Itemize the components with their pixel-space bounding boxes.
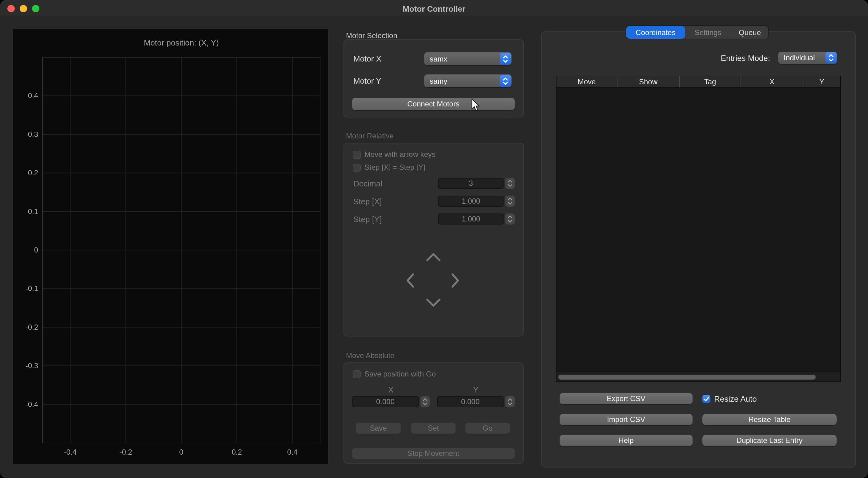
svg-text:0: 0 — [34, 246, 38, 254]
checkbox-box — [703, 395, 710, 403]
absolute-x-spinbox[interactable]: 0.000 — [352, 396, 430, 407]
horizontal-scrollbar[interactable] — [557, 372, 840, 381]
motor-x-label: Motor X — [353, 54, 381, 63]
export-csv-button[interactable]: Export CSV — [560, 393, 692, 404]
svg-text:0.2: 0.2 — [232, 448, 242, 456]
position-chart-panel: -0.4-0.200.20.40.40.30.20.10-0.1-0.2-0.3… — [13, 29, 328, 464]
save-position-label: Save position with Go — [365, 370, 436, 378]
step-equal-checkbox[interactable]: Step [X] = Step [Y] — [353, 163, 425, 172]
duplicate-last-entry-button[interactable]: Duplicate Last Entry — [703, 435, 837, 446]
motor-y-dropdown[interactable]: samy — [424, 74, 512, 88]
motor-selection-group-label: Motor Selection — [346, 31, 397, 40]
motor-selection-group: Motor X samx Motor Y samy Connect Motors — [343, 39, 524, 117]
svg-text:0.2: 0.2 — [28, 169, 38, 177]
column-header-move[interactable]: Move — [557, 76, 617, 88]
checkbox-box — [353, 163, 361, 171]
table-header-row: Move Show Tag X Y — [557, 76, 840, 88]
set-button[interactable]: Set — [411, 423, 456, 434]
entries-mode-dropdown[interactable]: Individual — [778, 52, 837, 64]
absolute-y-field[interactable]: 0.000 — [437, 396, 503, 407]
motor-y-dropdown-value: samy — [430, 77, 447, 85]
tab-queue[interactable]: Queue — [731, 26, 768, 39]
help-button[interactable]: Help — [560, 435, 692, 446]
tab-bar: Coordinates Settings Queue — [626, 26, 768, 39]
titlebar: Motor Controller — [0, 0, 868, 17]
svg-text:-0.4: -0.4 — [26, 400, 38, 408]
scrollbar-thumb[interactable] — [558, 375, 816, 380]
checkbox-box — [353, 150, 361, 159]
move-arrow-keys-label: Move with arrow keys — [365, 150, 436, 159]
popup-arrows-icon — [826, 52, 837, 63]
absolute-y-spinbox[interactable]: 0.000 — [437, 396, 515, 407]
motor-x-dropdown[interactable]: samx — [424, 52, 512, 65]
move-left-button[interactable] — [401, 273, 420, 288]
stepper-arrows-icon[interactable] — [505, 178, 515, 189]
motor-y-label: Motor Y — [353, 76, 381, 86]
window-title: Motor Controller — [0, 4, 868, 13]
motor-relative-group-label: Motor Relative — [346, 132, 394, 140]
position-chart: -0.4-0.200.20.40.40.30.20.10-0.1-0.2-0.3… — [13, 29, 328, 464]
absolute-x-field[interactable]: 0.000 — [352, 396, 418, 407]
decimal-label: Decimal — [353, 179, 382, 188]
import-csv-button[interactable]: Import CSV — [560, 414, 692, 425]
column-header-show[interactable]: Show — [617, 76, 680, 88]
step-x-field[interactable]: 1.000 — [438, 196, 503, 207]
svg-text:0: 0 — [179, 448, 183, 456]
step-y-spinbox[interactable]: 1.000 — [438, 213, 515, 225]
decimal-spinbox[interactable]: 3 — [438, 178, 515, 189]
absolute-x-label: X — [344, 385, 438, 394]
column-header-y[interactable]: Y — [803, 76, 840, 88]
resize-table-button[interactable]: Resize Table — [703, 414, 837, 425]
entries-mode-label: Entries Mode: — [721, 54, 770, 63]
go-button[interactable]: Go — [465, 423, 510, 434]
column-header-x[interactable]: X — [741, 76, 803, 88]
stepper-arrows-icon[interactable] — [505, 396, 515, 407]
entries-mode-value: Individual — [784, 54, 815, 62]
motor-relative-group: Move with arrow keys Step [X] = Step [Y]… — [343, 143, 524, 337]
resize-auto-label: Resize Auto — [714, 394, 757, 404]
chevron-up-icon — [425, 251, 441, 263]
move-arrow-keys-checkbox[interactable]: Move with arrow keys — [353, 150, 436, 159]
table-body — [557, 88, 840, 372]
svg-text:0.3: 0.3 — [28, 130, 38, 138]
move-absolute-group: Save position with Go X Y 0.000 0.000 Sa… — [343, 362, 524, 464]
svg-text:-0.2: -0.2 — [119, 448, 132, 456]
chevron-left-icon — [404, 273, 417, 288]
move-absolute-group-label: Move Absolute — [346, 351, 394, 360]
stepper-arrows-icon[interactable] — [505, 213, 515, 225]
connect-motors-button[interactable]: Connect Motors — [352, 98, 515, 110]
tab-coordinates[interactable]: Coordinates — [626, 26, 685, 39]
step-x-spinbox[interactable]: 1.000 — [438, 196, 515, 207]
step-equal-label: Step [X] = Step [Y] — [365, 163, 425, 172]
svg-text:0.4: 0.4 — [28, 91, 38, 100]
save-position-checkbox[interactable]: Save position with Go — [353, 370, 436, 378]
svg-text:0.1: 0.1 — [28, 207, 38, 216]
move-up-button[interactable] — [423, 250, 444, 265]
coordinates-table: Move Show Tag X Y — [556, 76, 841, 382]
column-header-tag[interactable]: Tag — [680, 76, 741, 88]
stepper-arrows-icon[interactable] — [421, 396, 430, 407]
svg-text:-0.2: -0.2 — [26, 323, 38, 331]
tab-settings[interactable]: Settings — [685, 26, 731, 39]
absolute-y-label: Y — [429, 385, 523, 394]
resize-auto-checkbox[interactable]: Resize Auto — [703, 394, 757, 404]
step-x-label: Step [X] — [353, 197, 382, 206]
svg-text:-0.4: -0.4 — [64, 448, 76, 456]
step-y-field[interactable]: 1.000 — [438, 213, 503, 225]
stepper-arrows-icon[interactable] — [505, 196, 515, 207]
stop-movement-button[interactable]: Stop Movement — [352, 448, 515, 459]
decimal-field[interactable]: 3 — [438, 178, 503, 189]
save-button[interactable]: Save — [356, 423, 401, 434]
move-right-button[interactable] — [446, 273, 464, 288]
svg-text:0.4: 0.4 — [287, 448, 297, 456]
svg-text:Motor position: (X, Y): Motor position: (X, Y) — [144, 38, 219, 47]
motor-x-dropdown-value: samx — [430, 55, 447, 63]
popup-arrows-icon — [500, 75, 511, 87]
step-y-label: Step [Y] — [353, 215, 382, 224]
svg-text:-0.1: -0.1 — [26, 284, 38, 293]
app-window: Motor Controller -0.4-0.200.20.40.40.30.… — [0, 0, 868, 478]
move-down-button[interactable] — [423, 295, 444, 310]
checkbox-box — [353, 370, 361, 378]
chevron-right-icon — [449, 273, 461, 288]
svg-text:-0.3: -0.3 — [26, 362, 38, 370]
